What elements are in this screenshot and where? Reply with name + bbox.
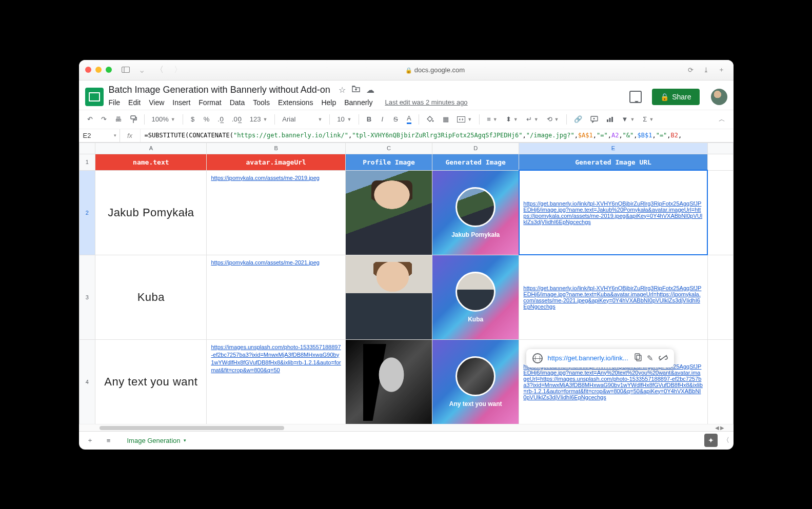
maximize-window-button[interactable] [106,67,112,73]
row-header[interactable]: 2 [79,170,95,255]
insert-chart-button[interactable] [603,114,617,125]
column-header[interactable] [707,142,733,154]
scroll-right-button[interactable]: ▶ [720,425,724,431]
filter-button[interactable]: ▼▼ [619,114,638,124]
nav-back-button[interactable]: 〈 [152,65,167,75]
decimal-decrease-button[interactable]: .0̲ [214,113,227,125]
decimal-increase-button[interactable]: .00̲ [229,113,245,125]
link[interactable]: https://images.unsplash.com/photo-153355… [211,344,341,373]
functions-button[interactable]: Σ▼ [640,114,657,124]
column-header[interactable]: A [95,142,207,154]
cell-profile-image[interactable] [346,170,432,255]
minimize-window-button[interactable] [95,67,102,73]
italic-button[interactable]: I [377,113,388,125]
number-format-select[interactable]: 123▼ [247,114,271,124]
cell[interactable] [707,339,733,424]
font-size-select[interactable]: 10▼ [334,114,354,124]
fill-color-button[interactable] [423,113,438,126]
paint-format-button[interactable] [127,113,140,126]
edit-link-button[interactable]: ✎ [647,354,653,363]
strikethrough-button[interactable]: S [390,113,401,125]
close-window-button[interactable] [85,67,91,73]
menu-data[interactable]: Data [230,98,245,107]
cell-generated-url[interactable]: https://get.bannerly.io/link/tpl-XVHY6nQ… [519,170,707,255]
undo-button[interactable]: ↶ [84,113,96,125]
add-sheet-button[interactable]: ＋ [83,433,97,447]
menu-format[interactable]: Format [199,98,221,107]
redo-button[interactable]: ↷ [98,113,110,125]
spreadsheet-grid[interactable]: A B C D E 1 name.text avatar.imageUrl Pr… [79,142,734,424]
cell-generated-image[interactable]: Any text you want [432,339,519,424]
sheets-logo-icon[interactable] [85,88,104,106]
row-header[interactable]: 1 [79,154,95,170]
cell-avatar-url[interactable]: https://jpomykala.com/assets/me-2021.jpe… [207,255,346,339]
menu-tools[interactable]: Tools [253,98,270,107]
select-all-cell[interactable] [79,142,95,154]
sidebar-toggle-icon[interactable] [120,64,131,75]
document-title[interactable]: Batch Image Generation with Bannerly wit… [109,85,330,95]
header-cell[interactable]: Generated Image [432,154,519,170]
merge-cells-button[interactable]: ▼ [454,115,475,124]
cell-generated-image[interactable]: Kuba [432,255,519,339]
comments-button[interactable] [629,91,642,103]
dropdown-icon[interactable]: ⌄ [135,65,148,75]
account-avatar[interactable] [711,89,727,105]
cell-profile-image[interactable] [346,339,432,424]
scroll-left-button[interactable]: ◀ [715,425,719,431]
reload-button[interactable]: ⟳ [685,64,697,75]
link[interactable]: https://get.bannerly.io/link/tpl-XVHY6nQ… [523,363,703,400]
header-cell[interactable]: Generated Image URL [519,154,707,170]
menu-file[interactable]: File [109,98,121,107]
print-button[interactable]: 🖶 [112,113,125,125]
zoom-select[interactable]: 100%▼ [149,114,179,124]
cell-name[interactable]: Any text you want [95,339,207,424]
cloud-status-icon[interactable]: ☁ [366,85,374,95]
cell-generated-image[interactable]: Jakub Pomykała [432,170,519,255]
menu-bannerly[interactable]: Bannerly [344,98,372,107]
cell[interactable] [707,154,733,170]
menu-view[interactable]: View [149,98,164,107]
all-sheets-button[interactable]: ≡ [102,433,116,447]
header-cell[interactable]: name.text [95,154,207,170]
insert-comment-button[interactable] [587,114,601,125]
text-rotation-button[interactable]: ⟲▼ [544,114,562,124]
row-header[interactable]: 3 [79,255,95,339]
menu-insert[interactable]: Insert [172,98,190,107]
downloads-button[interactable]: ⤓ [701,64,712,75]
header-cell[interactable]: avatar.imageUrl [207,154,346,170]
formula-input[interactable]: =SUBSTITUTE(CONCATENATE("https://get.ban… [141,129,734,142]
address-bar[interactable]: 🔒docs.google.com [189,66,681,74]
vertical-align-button[interactable]: ⬍▼ [503,114,521,124]
link[interactable]: https://get.bannerly.io/link/tpl-XVHY6nQ… [523,200,702,225]
column-header[interactable]: D [432,142,519,154]
unlink-button[interactable] [659,354,668,362]
header-cell[interactable]: Profile Image [346,154,432,170]
menu-help[interactable]: Help [321,98,336,107]
cell[interactable] [707,170,733,255]
horizontal-align-button[interactable]: ≡▼ [484,114,501,124]
text-wrap-button[interactable]: ↵▼ [523,114,542,124]
new-tab-button[interactable]: ＋ [716,64,727,75]
cell-avatar-url[interactable]: https://images.unsplash.com/photo-153355… [207,339,346,424]
nav-forward-button[interactable]: 〉 [171,65,185,75]
column-header[interactable]: E [519,142,707,154]
sheet-tab[interactable]: Image Generation [120,434,193,447]
text-color-button[interactable]: A [403,112,414,126]
link[interactable]: https://get.bannerly.io/link/tpl-XVHY6nQ… [523,285,701,310]
star-icon[interactable]: ☆ [339,85,346,95]
link[interactable]: https://jpomykala.com/assets/me-2021.jpe… [211,259,320,266]
copy-link-button[interactable] [635,353,642,363]
name-box[interactable]: E2 [79,129,120,142]
cell-profile-image[interactable] [346,255,432,339]
explore-button[interactable]: ✦ [704,434,718,447]
link-preview-url[interactable]: https://get.bannerly.io/link... [548,354,629,362]
cell[interactable] [707,255,733,339]
cell-avatar-url[interactable]: https://jpomykala.com/assets/me-2019.jpe… [207,170,346,255]
column-header[interactable]: C [346,142,432,154]
collapse-toolbar-button[interactable]: ︿ [716,113,728,126]
menu-extensions[interactable]: Extensions [278,98,313,107]
currency-button[interactable]: $ [187,113,199,125]
move-icon[interactable] [352,85,360,95]
font-family-select[interactable]: Arial▼ [279,114,325,124]
bold-button[interactable]: B [363,113,374,125]
